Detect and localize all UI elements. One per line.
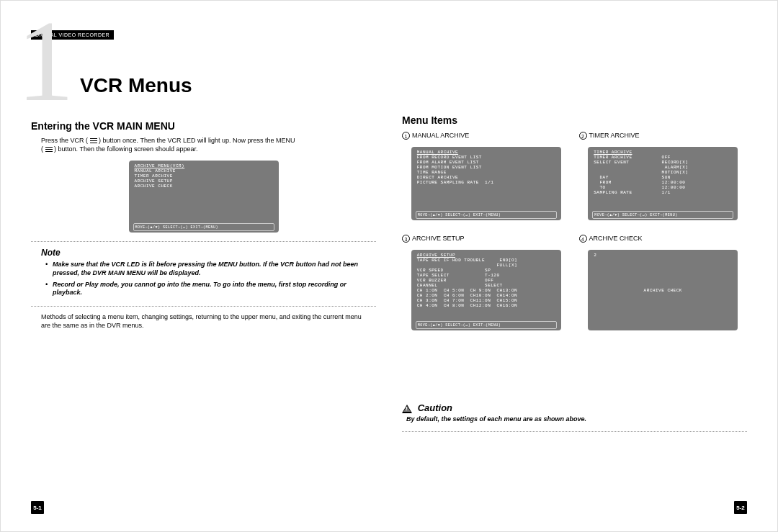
- item-label: ARCHIVE CHECK: [589, 235, 643, 242]
- caution-text: By default, the settings of each menu ar…: [402, 415, 747, 423]
- screen-line: FROM RECORD EVENT LIST: [417, 155, 555, 160]
- section-heading-menu-items: Menu Items: [402, 114, 747, 126]
- section-heading-entering: Entering the VCR MAIN MENU: [31, 120, 376, 132]
- page-number-left: 5-1: [31, 501, 44, 514]
- left-page: DIGITAL VIDEO RECORDER 1 VCR Menus Enter…: [1, 1, 389, 531]
- intro-paragraph: Press the VCR ( ) button once. Then the …: [31, 136, 376, 153]
- divider: [402, 431, 747, 432]
- menu-items-grid: 1MANUAL ARCHIVE MANUAL ARCHIVE FROM RECO…: [402, 132, 747, 338]
- caution-heading: Caution: [418, 402, 452, 413]
- screen-line: TAPE REC IF HDD TROUBLE END[O]: [417, 258, 555, 263]
- screen-line: ARCHIVE CHECK: [135, 184, 273, 189]
- screen-line: FULL[X]: [417, 263, 555, 268]
- screen-line: FROM MOTION EVENT LIST: [417, 165, 555, 170]
- intro-text-c: (: [41, 145, 43, 153]
- page-number-right: 5-2: [734, 501, 747, 514]
- intro-text-d: ) button. Then the following screen shou…: [54, 145, 197, 153]
- screen-footer: MOVE→(▲/▼) SELECT→(↵) EXIT→(MENU): [133, 223, 274, 231]
- screen-line: SELECT EVENT RECORD[X]: [594, 160, 732, 165]
- vcr-button-icon: [90, 138, 97, 144]
- screen-line: DIRECT ARCHIVE: [417, 175, 555, 180]
- screen-line: TIMER ARCHIVE: [135, 173, 273, 179]
- menu-item-archive-check: 4ARCHIVE CHECK 2 ARCHIVE CHECK: [579, 235, 748, 338]
- screen-line: VCR SPEED SP: [417, 268, 555, 273]
- caution-triangle-icon: [402, 405, 412, 413]
- archive-check-screen: 2 ARCHIVE CHECK: [588, 250, 738, 330]
- note-heading: Note: [41, 248, 376, 258]
- divider: [31, 306, 376, 307]
- item-number-icon: 2: [579, 132, 587, 140]
- item-number-icon: 1: [402, 132, 410, 140]
- screen-line: ALARM[X]: [594, 165, 732, 170]
- page-spread: DIGITAL VIDEO RECORDER 1 VCR Menus Enter…: [0, 0, 778, 532]
- screen-footer: MOVE→(▲/▼) SELECT→(↵) EXIT→(MENU): [592, 211, 733, 219]
- archive-setup-screen: ARCHIVE SETUP TAPE REC IF HDD TROUBLE EN…: [411, 250, 561, 330]
- intro-text-a: Press the VCR (: [41, 137, 88, 144]
- screen-title: ARCHIVE SETUP: [417, 253, 555, 258]
- screen-line: FROM 12:00:00: [594, 180, 732, 185]
- item-number-icon: 3: [402, 235, 410, 243]
- menu-item-archive-setup: 3ARCHIVE SETUP ARCHIVE SETUP TAPE REC IF…: [402, 235, 571, 338]
- screen-line: CH 3:ON CH 7:ON CH11:ON CH15:ON: [417, 298, 555, 303]
- screen-line: CHANNEL SELECT: [417, 283, 555, 288]
- archive-menu-screen: ARCHIVE MENU(VCR) MANUAL ARCHIVE TIMER A…: [129, 161, 279, 233]
- manual-archive-screen: MANUAL ARCHIVE FROM RECORD EVENT LIST FR…: [411, 147, 561, 220]
- chapter-title: VCR Menus: [31, 42, 376, 97]
- screen-line: CH 2:ON CH 6:ON CH10:ON CH14:ON: [417, 293, 555, 298]
- screen-line: VCR BUZZER OFF: [417, 278, 555, 283]
- screen-line: TIME RANGE: [417, 170, 555, 175]
- right-page: Menu Items 1MANUAL ARCHIVE MANUAL ARCHIV…: [389, 1, 777, 531]
- menu-item-timer-archive: 2TIMER ARCHIVE TIMER ARCHIVE TIMER ARCHI…: [579, 132, 748, 227]
- screen-line: TO 12:00:00: [594, 185, 732, 190]
- note-list: Make sure that the VCR LED is lit before…: [31, 261, 376, 297]
- screen-line: CH 1:ON CH 5:ON CH 9:ON CH13:ON: [417, 288, 555, 293]
- menu-item-manual-archive: 1MANUAL ARCHIVE MANUAL ARCHIVE FROM RECO…: [402, 132, 571, 227]
- note-item: Make sure that the VCR LED is lit before…: [47, 261, 376, 277]
- methods-paragraph: Methods of selecting a menu item, changi…: [31, 312, 376, 330]
- item-label: TIMER ARCHIVE: [589, 132, 640, 139]
- timer-archive-screen: TIMER ARCHIVE TIMER ARCHIVE OFF SELECT E…: [588, 147, 738, 220]
- item-label: MANUAL ARCHIVE: [412, 132, 469, 139]
- screen-line: TIMER ARCHIVE OFF: [594, 155, 732, 160]
- screen-line: TAPE SELECT T-120: [417, 273, 555, 278]
- note-item: Record or Play mode, you cannot go into …: [47, 281, 376, 297]
- screen-line: CH 4:ON CH 8:ON CH12:ON CH16:ON: [417, 303, 555, 308]
- item-label: ARCHIVE SETUP: [412, 235, 465, 242]
- screen-title: TIMER ARCHIVE: [594, 150, 732, 155]
- screen-line: DAY SUN: [594, 175, 732, 180]
- screen-line: SAMPLING RATE 1/1: [594, 190, 732, 195]
- divider: [31, 241, 376, 242]
- screen-line: FROM ALARM EVENT LIST: [417, 160, 555, 165]
- screen-title: ARCHIVE MENU(VCR): [135, 163, 273, 168]
- item-number-icon: 4: [579, 235, 587, 243]
- screen-corner-label: 2: [594, 253, 732, 258]
- screen-line: MOTION[X]: [594, 170, 732, 175]
- screen-footer: MOVE→(▲/▼) SELECT→(↵) EXIT→(MENU): [416, 321, 557, 329]
- screen-footer: MOVE→(▲/▼) SELECT→(↵) EXIT→(MENU): [416, 211, 557, 219]
- intro-text-b: ) button once. Then the VCR LED will lig…: [99, 137, 295, 144]
- screen-title: MANUAL ARCHIVE: [417, 150, 555, 155]
- chapter-header: 1 VCR Menus: [31, 42, 376, 107]
- menu-button-icon: [45, 147, 53, 153]
- screen-line: PICTURE SAMPLING RATE 1/1: [417, 180, 555, 185]
- screen-line: MANUAL ARCHIVE: [135, 168, 273, 173]
- caution-block: Caution By default, the settings of each…: [402, 402, 747, 432]
- screen-center-text: ARCHIVE CHECK: [644, 288, 682, 293]
- screen-line: ARCHIVE SETUP: [135, 179, 273, 184]
